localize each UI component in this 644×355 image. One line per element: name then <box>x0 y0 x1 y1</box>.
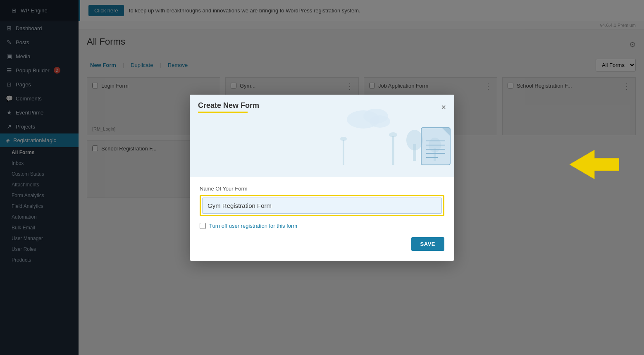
svg-rect-16 <box>392 136 394 165</box>
svg-point-5 <box>406 130 423 150</box>
checkbox-label: Turn off user registration for this form <box>209 223 297 229</box>
svg-rect-8 <box>421 128 450 165</box>
modal-illustration: Create New Form × <box>190 95 454 177</box>
modal-title-underline <box>198 112 248 113</box>
form-name-input[interactable] <box>202 198 442 214</box>
svg-point-3 <box>370 115 390 128</box>
arrow-annotation <box>570 150 619 181</box>
arrow-svg <box>570 150 619 179</box>
checkbox-row: Turn off user registration for this form <box>200 223 444 229</box>
modal-header: Create New Form × <box>190 95 454 113</box>
modal-close-button[interactable]: × <box>441 103 446 111</box>
turn-off-registration-checkbox[interactable] <box>200 223 206 229</box>
svg-point-17 <box>389 132 397 137</box>
modal-body: Name Of Your Form Turn off user registra… <box>190 177 454 261</box>
create-form-modal: Create New Form × <box>190 95 454 261</box>
form-field-label: Name Of Your Form <box>200 186 444 192</box>
save-button[interactable]: SAVE <box>411 237 444 251</box>
svg-rect-18 <box>343 140 344 165</box>
svg-point-19 <box>340 137 347 141</box>
modal-overlay[interactable]: Create New Form × <box>0 0 644 355</box>
form-name-wrapper <box>200 195 444 216</box>
svg-marker-0 <box>570 150 619 179</box>
modal-title: Create New Form <box>198 101 259 110</box>
